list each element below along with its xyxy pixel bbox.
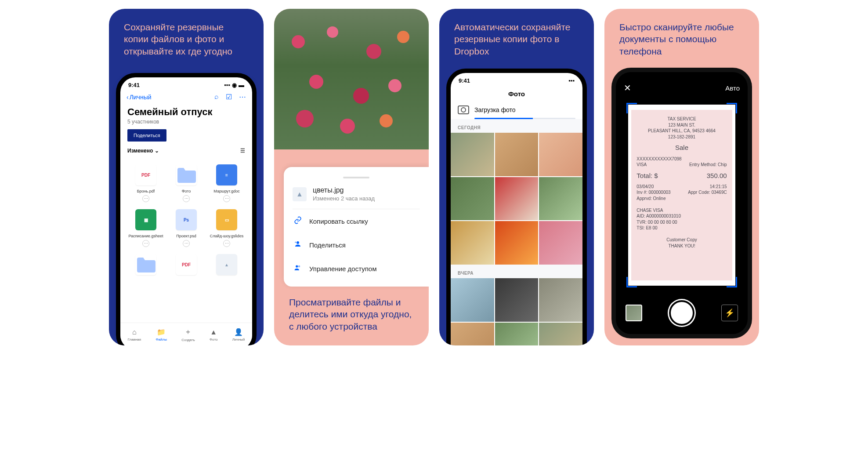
photo-thumb[interactable] <box>539 133 582 176</box>
status-bar: 9:41 ▪▪▪ <box>451 73 582 86</box>
tab-label: Главная <box>128 338 141 341</box>
svg-point-3 <box>298 265 300 268</box>
view-toggle-icon[interactable]: ☰ <box>240 148 245 154</box>
chevron-down-icon: ⌄ <box>155 148 159 154</box>
photo-grid-yesterday <box>451 278 582 345</box>
file-icon: ≡ <box>216 164 237 185</box>
file-icon: ▦ <box>135 209 156 230</box>
last-capture-thumb[interactable] <box>626 305 642 321</box>
photo-thumb[interactable] <box>495 133 539 176</box>
tab-icon: ▲ <box>210 328 217 336</box>
file-name-label: Бронь.pdf <box>137 189 155 193</box>
photo-thumb[interactable] <box>451 177 494 221</box>
tab-Фото[interactable]: ▲Фото <box>210 328 217 341</box>
signal-icon: ▪▪▪ <box>568 77 575 84</box>
file-icon: PDF <box>135 164 156 185</box>
tab-icon: 📁 <box>157 328 166 336</box>
card2-caption: Просматривайте файлы и делитесь ими отку… <box>274 287 429 345</box>
photo-thumb[interactable] <box>495 221 539 265</box>
photo-thumb[interactable] <box>539 323 582 345</box>
file-item[interactable]: PsПроект.psd⋯ <box>166 207 206 250</box>
sheet-action[interactable]: Управление доступом <box>293 257 420 280</box>
action-icon: + <box>293 240 302 250</box>
receipt-document: TAX SERVICE 123 MAIN ST. PLEASANT HILL, … <box>631 110 732 280</box>
file-item[interactable]: ▦Расписание.gsheet⋯ <box>126 207 166 250</box>
receipt-line: Appr Code: 03469C <box>688 189 727 196</box>
tab-Личный[interactable]: 👤Личный <box>232 328 245 341</box>
select-icon[interactable]: ☑ <box>226 93 232 101</box>
card4-caption: Быстро сканируйте любые документы с помо… <box>604 9 759 66</box>
receipt-total-label: Total: $ <box>637 171 658 180</box>
sort-row: Изменено ⌄ ☰ <box>120 148 252 158</box>
close-icon[interactable]: ✕ <box>624 83 631 93</box>
back-button[interactable]: ‹ Личный <box>127 94 152 101</box>
folder-icon <box>135 254 156 275</box>
file-item[interactable] <box>126 251 166 281</box>
photo-thumb[interactable] <box>451 278 494 322</box>
tab-bar: ⌂Главная📁Файлы＋Создать▲Фото👤Личный <box>120 323 252 345</box>
tab-Файлы[interactable]: 📁Файлы <box>156 328 166 341</box>
scan-viewport: TAX SERVICE 123 MAIN ST. PLEASANT HILL, … <box>628 105 735 286</box>
photo-thumb[interactable] <box>539 177 582 221</box>
image-icon: ▲ <box>293 187 307 201</box>
tab-Главная[interactable]: ⌂Главная <box>128 328 141 341</box>
action-label: Поделиться <box>309 241 346 249</box>
shutter-button[interactable] <box>669 300 694 326</box>
file-more-icon[interactable]: ⋯ <box>183 195 190 202</box>
file-more-icon[interactable]: ⋯ <box>183 240 190 247</box>
phone-mock-files: 9:41 ▪▪▪ ◉ ▬ ‹ Личный ⌕ ☑ ⋯ Семейный отп… <box>120 77 252 345</box>
folder-icon <box>176 164 197 185</box>
sheet-action[interactable]: Копировать ссылку <box>293 209 420 233</box>
photo-thumb[interactable] <box>451 323 494 345</box>
file-more-icon[interactable]: ⋯ <box>223 240 230 247</box>
tab-Создать[interactable]: ＋Создать <box>181 327 195 342</box>
receipt-line: CHASE VISA <box>637 207 727 214</box>
sheet-action[interactable]: +Поделиться <box>293 233 420 257</box>
photo-thumb[interactable] <box>539 278 582 322</box>
file-item[interactable]: ▭Слайд-шоу.gslides⋯ <box>206 207 247 250</box>
file-name-label: Маршрут.gdoc <box>213 189 239 193</box>
sheet-actions: Копировать ссылку+ПоделитьсяУправление д… <box>293 209 420 280</box>
receipt-line: THANK YOU! <box>637 243 727 249</box>
file-name-label: Проект.psd <box>176 234 196 238</box>
receipt-line: 123-182-2891 <box>637 134 727 140</box>
file-item[interactable]: PDFБронь.pdf⋯ <box>126 162 166 205</box>
sheet-handle[interactable] <box>343 177 369 178</box>
upload-label: Загрузка фото <box>474 106 516 113</box>
file-item[interactable]: Фото⋯ <box>166 162 206 205</box>
search-icon[interactable]: ⌕ <box>214 93 219 101</box>
sort-button[interactable]: Изменено ⌄ <box>127 148 159 154</box>
card3-caption: Автоматически сохраняйте резервные копии… <box>439 9 594 66</box>
more-icon[interactable]: ⋯ <box>239 93 246 101</box>
folder-members: 5 участников <box>120 119 252 129</box>
file-item[interactable]: ▲ <box>206 251 247 281</box>
photo-thumb[interactable] <box>539 221 582 265</box>
file-more-icon[interactable]: ⋯ <box>142 240 149 247</box>
photo-thumb[interactable] <box>495 177 539 221</box>
section-yesterday: ВЧЕРА <box>451 265 582 278</box>
auto-mode-label[interactable]: Авто <box>725 84 740 92</box>
file-item[interactable]: ≡Маршрут.gdoc⋯ <box>206 162 247 205</box>
receipt-line: Apprvd: Online <box>637 196 727 202</box>
photo-thumb[interactable] <box>451 221 494 265</box>
upload-row: Загрузка фото <box>451 103 582 118</box>
photo-thumb[interactable] <box>495 323 539 345</box>
scanner-top-bar: ✕ Авто <box>616 72 748 98</box>
file-more-icon[interactable]: ⋯ <box>142 195 149 202</box>
flash-button[interactable]: ⚡ <box>721 305 738 321</box>
action-icon <box>293 216 302 226</box>
photo-thumb[interactable] <box>495 278 539 322</box>
status-time: 9:41 <box>459 77 470 84</box>
file-icon: Ps <box>176 209 197 230</box>
svg-point-2 <box>296 265 298 267</box>
receipt-line: Customer Copy <box>637 237 727 243</box>
nav-actions: ⌕ ☑ ⋯ <box>214 93 246 101</box>
photo-thumb[interactable] <box>451 133 494 176</box>
file-item[interactable]: PDF <box>166 251 206 281</box>
file-more-icon[interactable]: ⋯ <box>223 195 230 202</box>
receipt-line: TVR: 00 00 00 80 00 <box>637 219 727 225</box>
card-view-share: ▲ цветы.jpg Изменено 2 часа назад Копиро… <box>274 9 429 345</box>
share-button[interactable]: Поделиться <box>127 129 166 142</box>
file-name-label: Слайд-шоу.gslides <box>210 234 243 238</box>
photo-preview <box>274 9 429 149</box>
